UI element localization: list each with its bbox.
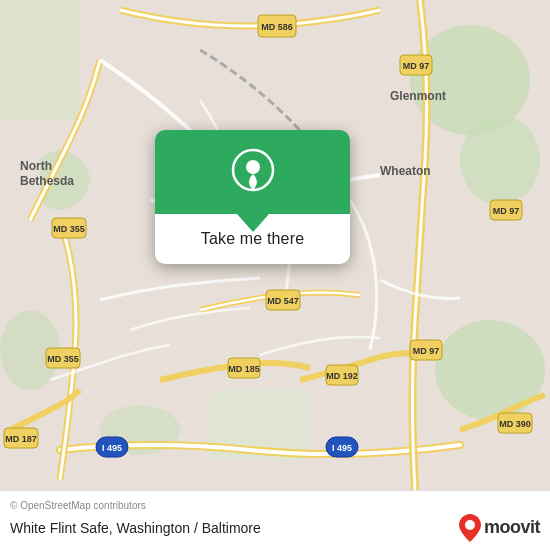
location-pin-icon [231,148,275,192]
bottom-row: White Flint Safe, Washington / Baltimore… [10,514,540,542]
svg-text:MD 185: MD 185 [228,364,260,374]
svg-point-3 [435,320,545,420]
bottom-bar: © OpenStreetMap contributors White Flint… [0,490,550,550]
svg-text:I 495: I 495 [102,443,122,453]
svg-text:MD 97: MD 97 [493,206,520,216]
svg-text:Wheaton: Wheaton [380,164,431,178]
moovit-text: moovit [484,517,540,538]
moovit-pin-icon [459,514,481,542]
map-tooltip: Take me there [155,130,350,264]
svg-text:MD 187: MD 187 [5,434,37,444]
take-me-there-button[interactable]: Take me there [201,230,304,248]
tooltip-green-area [155,130,350,214]
svg-text:I 495: I 495 [332,443,352,453]
svg-point-39 [246,160,260,174]
attribution-text: © OpenStreetMap contributors [10,500,540,511]
svg-text:MD 355: MD 355 [53,224,85,234]
svg-text:MD 192: MD 192 [326,371,358,381]
svg-text:Bethesda: Bethesda [20,174,74,188]
moovit-logo: moovit [459,514,540,542]
svg-text:MD 355: MD 355 [47,354,79,364]
svg-point-2 [460,115,540,205]
svg-text:MD 390: MD 390 [499,419,531,429]
svg-point-40 [465,520,475,530]
svg-text:North: North [20,159,52,173]
svg-text:Glenmont: Glenmont [390,89,446,103]
svg-text:MD 97: MD 97 [413,346,440,356]
svg-text:MD 97: MD 97 [403,61,430,71]
svg-rect-4 [0,0,80,120]
place-name: White Flint Safe, Washington / Baltimore [10,520,261,536]
svg-text:MD 586: MD 586 [261,22,293,32]
map-container: MD 586 MD 97 MD 97 MD 97 MD 355 MD 355 M… [0,0,550,490]
svg-text:MD 547: MD 547 [267,296,299,306]
tooltip-caret [237,214,269,232]
